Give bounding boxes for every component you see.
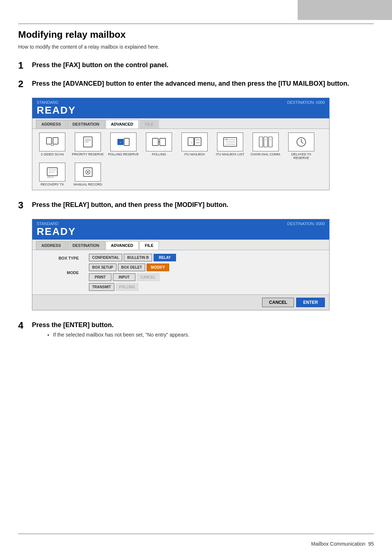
bottom-divider bbox=[18, 534, 374, 534]
icon-2sided-scan-box: ⟷ bbox=[39, 133, 65, 151]
screen-1-icon-grid: ⟷ 2-SIDED SCAN bbox=[32, 129, 329, 190]
screen-2: STANDARD DESTINATION: 0000 READY ADDRESS… bbox=[32, 219, 330, 310]
btn-print[interactable]: PRINT bbox=[89, 273, 111, 281]
svg-text:3: 3 bbox=[270, 139, 271, 141]
btn-relay[interactable]: RELAY bbox=[154, 254, 176, 261]
svg-point-38 bbox=[87, 171, 89, 173]
tab-advanced[interactable]: ADVANCED bbox=[106, 120, 139, 129]
icon-delayed-tx-box bbox=[288, 133, 314, 151]
mode-row-3: TRANSMIT POLLING bbox=[89, 283, 176, 291]
btn-transmit[interactable]: TRANSMIT bbox=[89, 283, 114, 291]
top-divider bbox=[18, 24, 374, 24]
btn-cancel-mode[interactable]: CANCEL bbox=[137, 273, 159, 281]
main-content: Modifying relay mailbox How to modify th… bbox=[18, 29, 374, 346]
icon-2sided-scan-label: 2-SIDED SCAN bbox=[41, 152, 64, 156]
footer-text: Mailbox Communication bbox=[311, 541, 365, 547]
mode-row-1: BOX SETUP BOX DELET MODIFY bbox=[89, 264, 176, 271]
footer-page: 95 bbox=[368, 541, 374, 547]
svg-rect-1 bbox=[53, 138, 58, 144]
screen-1: STANDARD DESTINATION: 0000 READY ADDRESS… bbox=[32, 98, 330, 190]
svg-text:↕: ↕ bbox=[191, 141, 192, 144]
page-subtitle: How to modify the content of a relay mai… bbox=[18, 44, 374, 50]
screen-2-ready: READY bbox=[37, 226, 325, 237]
icon-itu-mailbox: ↕ 002 003 ITU MAILBOX bbox=[178, 133, 211, 160]
screen-1-status: STANDARD bbox=[37, 100, 58, 105]
svg-rect-32 bbox=[47, 168, 57, 176]
step-3: 3 Press the [RELAY] button, and then pre… bbox=[18, 200, 374, 211]
screen-2-header: STANDARD DESTINATION: 0000 READY bbox=[32, 219, 329, 240]
svg-text:+: + bbox=[120, 141, 122, 144]
box-type-row: CONFIDENTIAL BULLETIN B RELAY bbox=[89, 254, 176, 261]
step-2: 2 Press the [ADVANCED] button to enter t… bbox=[18, 79, 374, 90]
step-1-text: Press the [FAX] button on the control pa… bbox=[32, 61, 168, 70]
btn-bulletin-b[interactable]: BULLETIN B bbox=[124, 254, 152, 261]
step-4-bullet-1: If the selected mailbox has not been set… bbox=[53, 332, 189, 338]
icon-manual-record-label: MANUAL RECORD bbox=[74, 183, 102, 186]
btn-footer-enter[interactable]: ENTER bbox=[296, 298, 325, 307]
btn-box-setup[interactable]: BOX SETUP bbox=[89, 264, 117, 271]
svg-text:016 •••: 016 ••• bbox=[47, 176, 54, 178]
page-footer: Mailbox Communication 95 bbox=[18, 541, 374, 547]
icon-polling: POLLING bbox=[143, 133, 175, 160]
btn-footer-cancel[interactable]: CANCEL bbox=[262, 298, 294, 307]
icon-manual-record-box bbox=[75, 163, 101, 182]
screen-1-status-line: STANDARD DESTINATION: 0000 bbox=[37, 100, 325, 105]
btn-confidential[interactable]: CONFIDENTIAL bbox=[89, 254, 122, 261]
screen2-tab-address[interactable]: ADDRESS bbox=[36, 241, 66, 250]
icon-polling-reserve: + POLLING RESERVE bbox=[107, 133, 140, 160]
button-grid: CONFIDENTIAL BULLETIN B RELAY BOX SETUP … bbox=[89, 254, 176, 291]
tab-file[interactable]: FILE bbox=[139, 120, 159, 129]
svg-text:002: 002 bbox=[196, 139, 200, 141]
icon-delayed-tx-label: DELAYED TX RESERVE bbox=[285, 152, 318, 160]
screen-1-ready: READY bbox=[37, 105, 325, 116]
screen2-tab-destination[interactable]: DESTINATION bbox=[67, 241, 105, 250]
mode-row-2: PRINT INPUT CANCEL bbox=[89, 273, 176, 281]
svg-rect-8 bbox=[124, 138, 129, 146]
icon-recovery-tx-label: RECOVERY TX bbox=[41, 183, 64, 186]
btn-box-delete[interactable]: BOX DELET bbox=[118, 264, 145, 271]
icon-chain-dial: 1 2 3 CHAIN DIAL COMM. bbox=[249, 133, 282, 160]
screen-2-body: BOX TYPE MODE CONFIDENTIAL BULLETIN B RE… bbox=[32, 250, 329, 294]
step-3-number: 3 bbox=[18, 200, 32, 211]
icon-itu-mailbox-box: ↕ 002 003 bbox=[181, 133, 208, 151]
btn-input[interactable]: INPUT bbox=[113, 273, 135, 281]
screen-2-tabs: ADDRESS DESTINATION ADVANCED FILE bbox=[32, 240, 329, 250]
svg-rect-0 bbox=[46, 138, 52, 144]
icon-itu-mailbox-list-label: ITU MAILBOX LIST bbox=[216, 152, 245, 156]
btn-polling[interactable]: POLLING bbox=[116, 283, 138, 291]
btn-modify[interactable]: MODIFY bbox=[147, 264, 169, 271]
icon-2sided-scan: ⟷ 2-SIDED SCAN bbox=[36, 133, 69, 160]
tab-destination[interactable]: DESTINATION bbox=[67, 120, 105, 129]
icon-chain-dial-box: 1 2 3 bbox=[253, 133, 279, 151]
svg-line-31 bbox=[301, 142, 303, 143]
step-2-text: Press the [ADVANCED] button to enter the… bbox=[32, 79, 349, 88]
step-4-text: Press the [ENTER] button. bbox=[32, 321, 114, 329]
screen-1-header: STANDARD DESTINATION: 0000 READY bbox=[32, 98, 329, 118]
screen-1-destination: DESTINATION: 0000 bbox=[287, 100, 325, 105]
svg-rect-11 bbox=[160, 138, 166, 146]
icon-polling-reserve-label: POLLING RESERVE bbox=[108, 152, 139, 156]
icon-recovery-tx-box: 016 ••• bbox=[39, 163, 65, 182]
icon-priority-reserve-box bbox=[75, 133, 101, 151]
svg-text:003: 003 bbox=[196, 142, 200, 144]
tab-address[interactable]: ADDRESS bbox=[36, 120, 66, 129]
screen2-tab-file[interactable]: FILE bbox=[139, 241, 159, 250]
step-1-number: 1 bbox=[18, 60, 32, 71]
step-4: 4 Press the [ENTER] button. If the selec… bbox=[18, 321, 374, 338]
icon-chain-dial-label: CHAIN DIAL COMM. bbox=[250, 152, 281, 156]
top-decorative-bar bbox=[298, 0, 392, 20]
svg-rect-10 bbox=[152, 138, 158, 146]
page-title: Modifying relay mailbox bbox=[18, 29, 374, 40]
step-2-number: 2 bbox=[18, 78, 32, 90]
step-1: 1 Press the [FAX] button on the control … bbox=[18, 61, 374, 71]
screen-2-status: STANDARD bbox=[37, 221, 58, 226]
icon-polling-box bbox=[146, 133, 172, 151]
screen2-tab-advanced[interactable]: ADVANCED bbox=[106, 241, 139, 250]
icon-polling-label: POLLING bbox=[152, 152, 166, 156]
icon-itu-mailbox-list: 002 ITU MAILBOX LIST bbox=[214, 133, 246, 160]
box-type-label: BOX TYPE bbox=[38, 256, 82, 260]
screen-2-footer: CANCEL ENTER bbox=[32, 294, 329, 310]
mode-label: MODE bbox=[38, 267, 82, 275]
icon-priority-reserve: PRIORITY RESERVE bbox=[72, 133, 104, 160]
step-3-text: Press the [RELAY] button, and then press… bbox=[32, 200, 228, 209]
